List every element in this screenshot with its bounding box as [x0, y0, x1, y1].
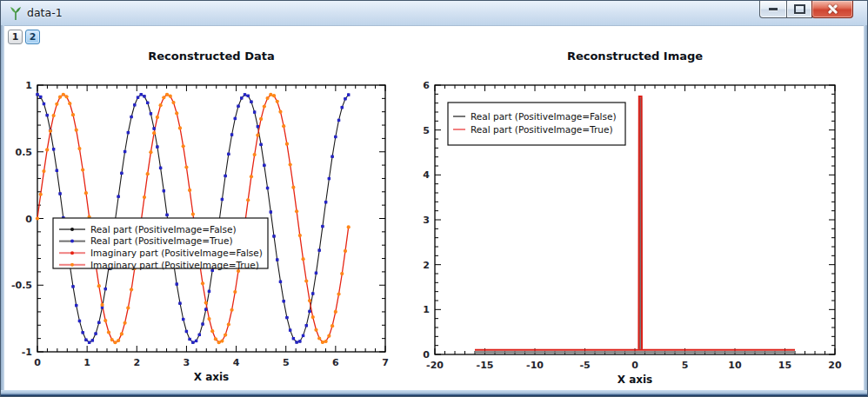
series-marker: [298, 340, 301, 342]
series-marker: [247, 95, 250, 97]
x-tick-label: 2: [133, 357, 140, 368]
series-marker: [68, 102, 71, 105]
series-marker: [81, 331, 83, 334]
legend-marker: [70, 228, 74, 231]
window-border-bottom: [1, 390, 867, 396]
series-marker: [266, 187, 269, 189]
x-tick-label: -15: [477, 360, 494, 371]
series-marker: [321, 225, 324, 228]
series-marker: [308, 310, 310, 313]
series-marker: [340, 272, 344, 275]
series-marker: [191, 341, 194, 343]
legend-label: Imaginary part (PositiveImage=True): [90, 260, 259, 270]
series-marker: [234, 117, 237, 120]
series-marker: [156, 116, 159, 119]
series-marker: [182, 144, 185, 148]
series-marker: [97, 284, 101, 288]
series-marker: [220, 339, 224, 342]
y-tick-label: 1: [25, 80, 32, 91]
chart-title: Reconstructed Data: [148, 50, 274, 63]
close-icon: [827, 3, 838, 15]
series-marker: [126, 306, 130, 309]
series-marker: [81, 168, 84, 171]
series-marker: [221, 198, 224, 201]
close-button[interactable]: [811, 1, 853, 18]
chart-reconstructed-image[interactable]: Reconstructed Image-20-15-10-50510152001…: [411, 44, 865, 394]
window-controls: [760, 1, 853, 18]
series-marker: [55, 103, 58, 106]
titlebar[interactable]: data-1: [1, 1, 867, 26]
app-window: data-1 1 2 Reconstructed Data01234567-1-…: [0, 0, 868, 397]
series-marker: [140, 93, 143, 96]
x-tick-label: 4: [233, 357, 240, 368]
series-marker: [120, 172, 123, 175]
series-marker: [113, 341, 117, 344]
series-marker: [285, 316, 288, 319]
series-marker: [279, 281, 282, 283]
series-marker: [246, 198, 250, 202]
series-marker: [43, 103, 45, 105]
series-marker: [84, 339, 87, 341]
window-title: data-1: [27, 1, 63, 25]
x-tick-label: 5: [283, 357, 290, 368]
tab-page-1[interactable]: 1: [8, 30, 23, 44]
page-tabs: 1 2: [8, 30, 40, 44]
series-marker: [39, 193, 43, 196]
series-marker: [240, 96, 243, 99]
legend-marker: [70, 263, 74, 267]
series-marker: [230, 308, 233, 312]
chart-title: Reconstructed Image: [567, 50, 703, 63]
series-marker: [292, 337, 295, 340]
maximize-icon: [794, 4, 805, 14]
series-marker: [146, 102, 149, 104]
series-marker: [317, 248, 320, 251]
series-marker: [36, 93, 38, 96]
series-marker: [103, 319, 107, 322]
y-tick-label: 2: [423, 260, 430, 271]
series-marker: [152, 127, 155, 129]
series-marker: [321, 341, 324, 344]
series-marker: [58, 192, 61, 195]
series-marker: [331, 155, 333, 157]
series-marker: [289, 328, 291, 331]
series-marker: [143, 95, 145, 97]
chart-reconstructed-data[interactable]: Reconstructed Data01234567-1-0.500.51X a…: [3, 44, 411, 394]
series-marker: [45, 114, 48, 116]
x-tick-label: 6: [332, 357, 339, 368]
series-marker: [263, 164, 265, 167]
series-marker: [331, 324, 334, 328]
series-marker: [130, 116, 132, 118]
series-marker: [207, 317, 210, 321]
series-marker: [143, 195, 146, 199]
series-marker: [328, 177, 331, 180]
series-marker: [295, 209, 298, 213]
y-tick-label: 1: [423, 304, 430, 315]
y-tick-label: 0.5: [16, 147, 33, 158]
tab-page-2[interactable]: 2: [25, 30, 40, 44]
minimize-button[interactable]: [759, 1, 787, 18]
series-marker: [58, 96, 62, 99]
series-marker: [191, 212, 195, 215]
legend-label: Real part (PositiveImage=False): [90, 224, 237, 235]
series-marker: [265, 96, 269, 100]
x-tick-label: 15: [778, 360, 791, 371]
series-marker: [178, 301, 181, 304]
series-marker: [149, 150, 152, 154]
series-marker: [64, 95, 68, 98]
series-marker: [259, 143, 262, 146]
series-marker: [224, 333, 227, 336]
series-marker: [42, 169, 45, 173]
series-marker: [94, 332, 97, 334]
series-marker: [214, 337, 217, 341]
series-marker: [71, 285, 74, 288]
series-marker: [176, 282, 178, 285]
series-marker: [124, 321, 127, 325]
series-marker: [244, 93, 246, 96]
x-tick-label: 5: [682, 360, 689, 371]
x-tick-label: -20: [426, 360, 444, 371]
series-marker: [324, 340, 328, 343]
maximize-button[interactable]: [786, 1, 812, 18]
series-marker: [39, 96, 42, 98]
x-axis-label: X axis: [618, 374, 653, 386]
series-marker: [327, 334, 331, 338]
